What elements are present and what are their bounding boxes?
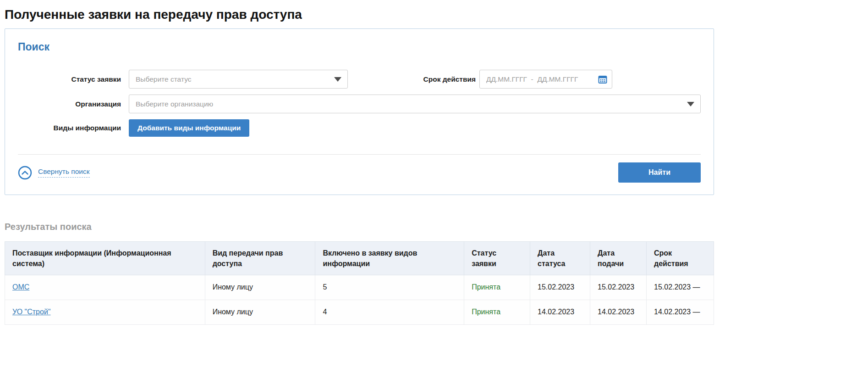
status-date-cell: 15.02.2023 bbox=[530, 275, 590, 300]
table-row: ОМС Иному лицу 5 Принята 15.02.2023 15.0… bbox=[5, 275, 714, 300]
search-row-organization: Организация bbox=[18, 95, 701, 113]
results-heading: Результаты поиска bbox=[5, 222, 714, 232]
column-header-info-count: Включено в заявку видов информации bbox=[315, 242, 464, 275]
collapse-search-label: Свернуть поиск bbox=[38, 167, 90, 178]
collapse-search-control[interactable]: Свернуть поиск bbox=[18, 166, 90, 180]
find-button[interactable]: Найти bbox=[618, 162, 701, 183]
column-header-submit-date: Дата подачи bbox=[590, 242, 647, 275]
search-row-info-types: Виды информации Добавить виды информации bbox=[18, 119, 701, 137]
info-count-cell: 5 bbox=[315, 275, 464, 300]
status-select-input[interactable] bbox=[129, 70, 348, 89]
column-header-provider: Поставщик информации (Информационная сис… bbox=[5, 242, 205, 275]
page: Полученные заявки на передачу прав досту… bbox=[5, 0, 714, 325]
status-label: Статус заявки bbox=[18, 75, 121, 84]
page-title: Полученные заявки на передачу прав досту… bbox=[5, 7, 714, 22]
table-row: УО "Строй" Иному лицу 4 Принята 14.02.20… bbox=[5, 300, 714, 325]
submit-date-cell: 14.02.2023 bbox=[590, 300, 647, 325]
validity-cell: 14.02.2023 — bbox=[647, 300, 714, 325]
validity-label: Срок действия bbox=[348, 75, 476, 84]
column-header-status-date: Дата статуса bbox=[530, 242, 590, 275]
calendar-icon[interactable] bbox=[598, 74, 608, 84]
search-row-status: Статус заявки Срок действия bbox=[18, 70, 701, 89]
provider-link[interactable]: УО "Строй" bbox=[12, 308, 51, 316]
table-header-row: Поставщик информации (Информационная сис… bbox=[5, 242, 714, 275]
transfer-type-cell: Иному лицу bbox=[205, 300, 315, 325]
status-badge: Принята bbox=[472, 283, 500, 291]
submit-date-cell: 15.02.2023 bbox=[590, 275, 647, 300]
organization-label: Организация bbox=[18, 100, 121, 108]
add-info-types-button[interactable]: Добавить виды информации bbox=[129, 119, 249, 137]
validity-range-field[interactable] bbox=[479, 70, 612, 89]
info-types-label: Виды информации bbox=[18, 124, 121, 132]
chevron-up-circle-icon bbox=[18, 166, 32, 180]
column-header-status: Статус заявки bbox=[464, 242, 530, 275]
status-badge: Принята bbox=[472, 308, 500, 316]
validity-cell: 15.02.2023 — bbox=[647, 275, 714, 300]
search-panel: Поиск Статус заявки Срок действия bbox=[5, 28, 714, 195]
organization-select-input[interactable] bbox=[129, 95, 701, 113]
status-select[interactable] bbox=[129, 70, 348, 89]
status-date-cell: 14.02.2023 bbox=[530, 300, 590, 325]
column-header-validity: Срок действия bbox=[647, 242, 714, 275]
results-table: Поставщик информации (Информационная сис… bbox=[5, 241, 714, 325]
panel-footer: Свернуть поиск Найти bbox=[18, 155, 701, 188]
info-count-cell: 4 bbox=[315, 300, 464, 325]
search-heading: Поиск bbox=[18, 41, 701, 53]
organization-select[interactable] bbox=[129, 95, 701, 113]
column-header-transfer-type: Вид передачи прав доступа bbox=[205, 242, 315, 275]
provider-link[interactable]: ОМС bbox=[12, 283, 29, 291]
validity-range-input[interactable] bbox=[479, 70, 612, 89]
transfer-type-cell: Иному лицу bbox=[205, 275, 315, 300]
